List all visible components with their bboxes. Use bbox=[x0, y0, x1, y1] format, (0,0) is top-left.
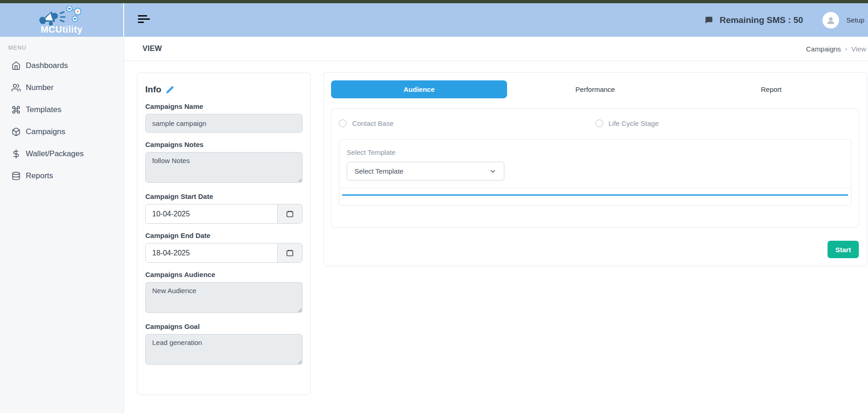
page-title-bar: VIEW Campaigns › View bbox=[124, 37, 868, 61]
sidebar-item-label: Number bbox=[26, 83, 53, 92]
campaigns-notes-label: Campaigns Notes bbox=[145, 141, 303, 148]
start-button[interactable]: Start bbox=[828, 241, 859, 258]
tab-audience[interactable]: Audience bbox=[331, 80, 507, 98]
tab-bar: Audience Performance Report bbox=[331, 80, 859, 98]
template-select-box: Select Template Select Template bbox=[339, 139, 851, 206]
campaign-end-date-input[interactable] bbox=[145, 243, 303, 263]
end-date-value[interactable] bbox=[146, 243, 277, 262]
breadcrumb: Campaigns › View bbox=[806, 45, 866, 53]
sidebar-item-reports[interactable]: Reports bbox=[0, 165, 124, 187]
campaigns-audience-label: Campaigns Audience bbox=[145, 271, 303, 278]
sidebar-item-wallet-packages[interactable]: Wallet/Packages bbox=[0, 143, 124, 165]
select-template-value: Select Template bbox=[354, 167, 403, 175]
sidebar-item-templates[interactable]: Templates bbox=[0, 99, 124, 121]
sidebar-item-campaigns[interactable]: Campaigns bbox=[0, 121, 124, 143]
users-icon bbox=[11, 83, 21, 92]
message-icon bbox=[704, 16, 714, 25]
life-cycle-stage-label: Life Cycle Stage bbox=[609, 119, 659, 127]
audience-tab-content: Contact Base Life Cycle Stage Select Tem… bbox=[331, 108, 859, 228]
page-title: VIEW bbox=[143, 45, 162, 53]
dollar-icon bbox=[11, 149, 21, 158]
select-template-label: Select Template bbox=[347, 148, 844, 156]
edit-pencil-icon[interactable] bbox=[166, 85, 174, 94]
app-header: MCUtility Remaining SMS : 50 Setup bbox=[0, 3, 868, 37]
campaign-info-card: Info Campaigns Name Campaigns Notes foll… bbox=[137, 73, 311, 395]
chevron-right-icon: › bbox=[845, 45, 847, 52]
contact-base-radio[interactable] bbox=[339, 119, 347, 127]
sidebar-item-number[interactable]: Number bbox=[0, 77, 124, 99]
campaigns-name-input[interactable] bbox=[145, 114, 303, 133]
breadcrumb-campaigns[interactable]: Campaigns bbox=[806, 45, 841, 53]
chevron-down-icon bbox=[489, 168, 497, 175]
sidebar-item-label: Reports bbox=[26, 171, 53, 181]
contact-base-label: Contact Base bbox=[352, 119, 394, 127]
info-card-title: Info bbox=[145, 85, 161, 95]
campaigns-goal-label: Campaigns Goal bbox=[145, 322, 303, 330]
campaigns-goal-textarea[interactable]: Lead generation bbox=[145, 334, 303, 365]
setup-link[interactable]: Setup bbox=[846, 16, 864, 24]
sidebar-item-dashboards[interactable]: Dashboards bbox=[0, 55, 124, 77]
start-date-value[interactable] bbox=[146, 204, 277, 223]
package-icon bbox=[11, 127, 21, 136]
brand-name: MCUtility bbox=[40, 24, 82, 35]
sidebar-toggle-icon[interactable] bbox=[138, 15, 151, 25]
campaigns-name-label: Campaigns Name bbox=[145, 102, 303, 110]
calendar-icon[interactable] bbox=[277, 243, 302, 262]
sidebar-item-label: Dashboards bbox=[26, 61, 68, 70]
tab-performance[interactable]: Performance bbox=[507, 80, 683, 98]
brand-logo[interactable]: MCUtility bbox=[0, 3, 124, 37]
command-icon bbox=[11, 105, 21, 114]
campaign-end-date-label: Campaign End Date bbox=[145, 232, 303, 239]
menu-section-label: MENU bbox=[0, 37, 124, 51]
sidebar-item-label: Wallet/Packages bbox=[26, 149, 84, 158]
life-cycle-stage-radio[interactable] bbox=[595, 119, 603, 127]
remaining-sms-text: Remaining SMS : 50 bbox=[720, 15, 803, 25]
template-footer-divider bbox=[339, 188, 851, 196]
breadcrumb-view: View bbox=[851, 45, 866, 53]
user-icon bbox=[826, 15, 836, 25]
campaign-start-date-input[interactable] bbox=[145, 204, 303, 224]
remaining-sms-badge: Remaining SMS : 50 bbox=[704, 15, 803, 25]
select-template-dropdown[interactable]: Select Template bbox=[347, 162, 504, 181]
campaign-start-date-label: Campaign Start Date bbox=[145, 192, 303, 200]
home-icon bbox=[11, 61, 21, 70]
sidebar: MENU Dashboards Number Templates bbox=[0, 37, 124, 413]
sidebar-item-label: Templates bbox=[26, 105, 61, 114]
campaigns-notes-textarea[interactable]: follow Notes bbox=[145, 152, 303, 183]
campaign-detail-panel: Audience Performance Report Contact Base… bbox=[323, 72, 867, 266]
calendar-icon[interactable] bbox=[277, 204, 302, 223]
accent-progress-line bbox=[342, 194, 848, 196]
sidebar-item-label: Campaigns bbox=[26, 127, 65, 136]
database-icon bbox=[11, 171, 21, 181]
tab-report[interactable]: Report bbox=[683, 80, 859, 98]
avatar[interactable] bbox=[822, 12, 839, 28]
top-strip bbox=[0, 0, 868, 3]
campaigns-audience-textarea[interactable]: New Audience bbox=[145, 282, 303, 313]
